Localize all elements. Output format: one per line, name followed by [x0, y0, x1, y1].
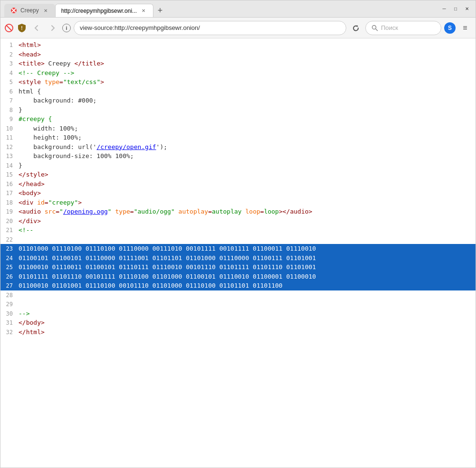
search-box[interactable]: Поиск — [365, 21, 441, 35]
back-button[interactable] — [30, 21, 43, 35]
code-line: 22 — [0, 235, 476, 244]
search-placeholder: Поиск — [381, 24, 398, 31]
browser-window: Creepy ✕ http://creepymhpgibsewr.oni... … — [0, 0, 476, 468]
code-line: 28 — [0, 290, 476, 300]
address-input[interactable]: view-source:http://creepymhpgibsewr.onio… — [74, 21, 346, 35]
audio-src-link[interactable]: /opening.ogg — [63, 208, 108, 215]
code-line-selected: 24 01100101 01100101 01110000 01111001 0… — [0, 253, 476, 263]
no-sign-icon — [4, 23, 14, 33]
code-line: 4 <!-- Creepy --> — [0, 68, 476, 78]
code-line: 13 background-size: 100% 100%; — [0, 151, 476, 161]
close-button[interactable]: ✕ — [462, 4, 472, 14]
code-line: 16 </head> — [0, 179, 476, 189]
title-bar: Creepy ✕ http://creepymhpgibsewr.oni... … — [0, 0, 476, 18]
source-view: 1 <html> 2 <head> 3 <title> Creepy </tit… — [0, 38, 476, 468]
tab-source[interactable]: http://creepymhpgibsewr.oni... ✕ — [55, 4, 153, 17]
url-link-12[interactable]: /creepy/open.gif — [96, 143, 156, 150]
svg-line-8 — [376, 28, 378, 31]
info-icon[interactable]: i — [62, 24, 71, 32]
code-line: 31 </body> — [0, 318, 476, 328]
code-line: 14 } — [0, 161, 476, 170]
code-line: 10 width: 100%; — [0, 124, 476, 133]
code-line: 20 </div> — [0, 216, 476, 226]
code-line-selected: 27 01100010 01101001 01110100 00101110 0… — [0, 281, 476, 290]
tab-close-2[interactable]: ✕ — [140, 7, 147, 15]
new-tab-button[interactable]: + — [153, 4, 167, 17]
code-line: 29 — [0, 300, 476, 309]
code-line: 32 </html> — [0, 328, 476, 337]
code-line-selected: 23 01101000 01110100 01110100 01110000 0… — [0, 244, 476, 253]
minimize-button[interactable]: ─ — [439, 4, 449, 14]
menu-button[interactable]: ≡ — [458, 21, 472, 35]
address-bar: ! i view-source:http://creepymhpgibsewr.… — [0, 18, 476, 38]
code-line-selected: 25 01100010 01110011 01100101 01110111 0… — [0, 262, 476, 272]
tab-close-1[interactable]: ✕ — [42, 7, 49, 14]
svg-text:!: ! — [21, 26, 22, 31]
tab-creepy[interactable]: Creepy ✕ — [4, 4, 55, 17]
code-line: 7 background: #000; — [0, 96, 476, 105]
code-line: 9 #creepy { — [0, 114, 476, 124]
address-text: view-source:http://creepymhpgibsewr.onio… — [80, 24, 340, 31]
code-line: 8 } — [0, 105, 476, 115]
profile-icon[interactable]: S — [444, 22, 456, 34]
code-line: 17 <body> — [0, 188, 476, 198]
reload-button[interactable] — [349, 21, 362, 35]
code-line: 5 <style type="text/css"> — [0, 77, 476, 87]
window-controls: ─ □ ✕ — [439, 4, 472, 14]
code-line: 21 <!-- — [0, 225, 476, 235]
tab-label-1: Creepy — [20, 7, 39, 14]
code-line: 2 <head> — [0, 50, 476, 59]
code-line: 30 --> — [0, 309, 476, 318]
code-line: 6 html { — [0, 87, 476, 96]
code-line: 15 </style> — [0, 170, 476, 179]
code-line: 18 <div id="creepy"> — [0, 198, 476, 207]
tab-group: Creepy ✕ http://creepymhpgibsewr.oni... … — [4, 0, 436, 17]
code-line-selected: 26 01101111 01101110 00101111 01110100 0… — [0, 272, 476, 281]
svg-point-7 — [372, 25, 376, 29]
code-line: 3 <title> Creepy </title> — [0, 59, 476, 68]
code-line: 1 <html> — [0, 40, 476, 50]
code-line: 12 background: url('/creepy/open.gif'); — [0, 142, 476, 152]
shield-icon: ! — [17, 23, 27, 33]
restore-button[interactable]: □ — [451, 4, 460, 14]
forward-button[interactable] — [46, 21, 59, 35]
code-line: 19 <audio src="/opening.ogg" type="audio… — [0, 207, 476, 216]
code-line: 11 height: 100%; — [0, 133, 476, 142]
tab-label-2: http://creepymhpgibsewr.oni... — [61, 8, 137, 14]
tab-favicon-1 — [10, 7, 18, 14]
svg-line-4 — [6, 25, 12, 31]
